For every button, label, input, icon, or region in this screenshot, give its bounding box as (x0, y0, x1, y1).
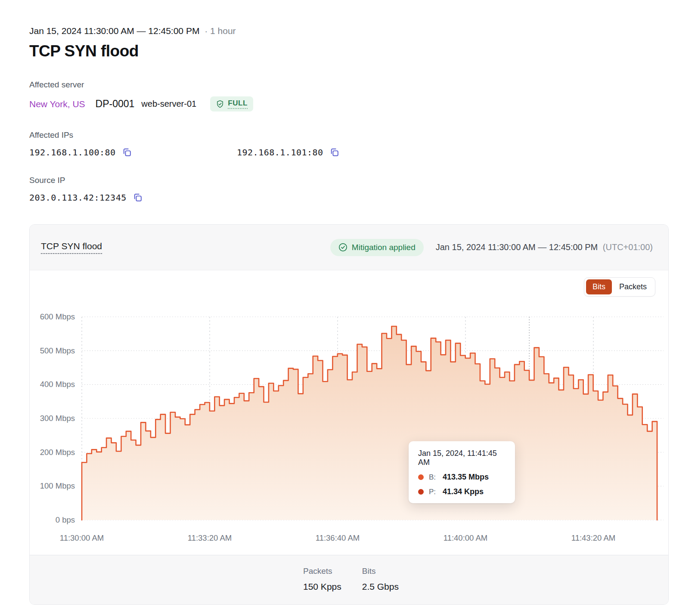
svg-text:400 Mbps: 400 Mbps (40, 380, 75, 389)
attack-dates: Jan 15, 2024 11:30:00 AM — 12:45:00 PM (29, 26, 199, 36)
packets-series-dot (418, 489, 424, 495)
chart-header-right: Mitigation applied Jan 15, 2024 11:30:00… (330, 239, 653, 256)
packets-stat-label: Packets (303, 566, 341, 576)
affected-ip-item: 192.168.1.101:80 (237, 147, 340, 158)
tooltip-bits-row: B: 413.35 Mbps (418, 473, 506, 482)
svg-text:200 Mbps: 200 Mbps (40, 448, 75, 457)
chart-time-range-text: Jan 15, 2024 11:30:00 AM — 12:45:00 PM (436, 242, 598, 252)
bits-stat: Bits 2.5 Gbps (362, 566, 399, 605)
source-ip-value: 203.0.113.42:12345 (29, 192, 127, 203)
bits-stat-value: 2.5 Gbps (362, 582, 399, 592)
unit-toggle: Bits Packets (584, 277, 655, 297)
attack-chart-card: TCP SYN flood Mitigation applied Jan 15,… (29, 224, 669, 605)
svg-text:100 Mbps: 100 Mbps (40, 481, 75, 490)
chart-footer-stats: Packets 150 Kpps Bits 2.5 Gbps (30, 555, 668, 605)
copy-icon (121, 147, 132, 158)
svg-text:11:43:20 AM: 11:43:20 AM (571, 533, 616, 542)
bits-toggle-button[interactable]: Bits (586, 279, 612, 294)
affected-server-row: New York, US DP-0001 web-server-01 FULL (29, 96, 669, 111)
tooltip-packets-label: P: (429, 488, 440, 496)
chart-plot-area: Bits Packets 600 Mbps500 Mbps400 Mbps300… (30, 270, 668, 555)
chart-time-range: Jan 15, 2024 11:30:00 AM — 12:45:00 PM (… (436, 242, 653, 252)
packets-toggle-button[interactable]: Packets (613, 279, 653, 294)
check-circle-icon (338, 243, 347, 252)
tooltip-bits-label: B: (429, 473, 440, 482)
affected-ips-label: Affected IPs (29, 130, 669, 140)
copy-icon (329, 147, 340, 158)
shield-check-icon (216, 100, 224, 108)
mitigation-status-badge: Mitigation applied (330, 239, 424, 256)
packets-stat-value: 150 Kpps (303, 582, 341, 592)
tooltip-bits-value: 413.35 Mbps (443, 473, 489, 482)
bits-stat-label: Bits (362, 566, 399, 576)
chart-card-header: TCP SYN flood Mitigation applied Jan 15,… (30, 225, 668, 270)
affected-ip-value: 192.168.1.101:80 (237, 147, 323, 158)
affected-ip-value: 192.168.1.100:80 (29, 147, 116, 158)
bits-series-dot (418, 474, 424, 480)
server-id: DP-0001 (96, 98, 135, 110)
chart-timezone: (UTC+01:00) (603, 242, 653, 252)
svg-text:300 Mbps: 300 Mbps (40, 414, 75, 423)
svg-text:11:36:40 AM: 11:36:40 AM (316, 533, 360, 542)
chart-tooltip: Jan 15, 2024, 11:41:45 AM B: 413.35 Mbps… (409, 441, 515, 503)
copy-ip-button[interactable] (121, 147, 132, 158)
svg-text:11:40:00 AM: 11:40:00 AM (444, 533, 488, 542)
packets-stat: Packets 150 Kpps (303, 566, 341, 605)
attack-time-range: Jan 15, 2024 11:30:00 AM — 12:45:00 PM ·… (29, 26, 669, 36)
affected-ip-item: 192.168.1.100:80 (29, 147, 237, 158)
area-series (82, 326, 657, 520)
svg-text:11:30:00 AM: 11:30:00 AM (60, 533, 104, 542)
mitigation-status-text: Mitigation applied (352, 243, 416, 252)
affected-ips-row: 192.168.1.100:80 192.168.1.101:80 (29, 147, 669, 158)
chart-title[interactable]: TCP SYN flood (41, 241, 102, 254)
protection-level-text: FULL (228, 99, 248, 109)
server-name: web-server-01 (141, 99, 196, 109)
copy-icon (132, 192, 143, 203)
attack-duration: · 1 hour (205, 26, 236, 36)
tooltip-timestamp: Jan 15, 2024, 11:41:45 AM (418, 449, 506, 467)
tooltip-packets-row: P: 41.34 Kpps (418, 487, 506, 496)
copy-ip-button[interactable] (132, 192, 143, 203)
svg-text:0 bps: 0 bps (56, 515, 75, 524)
tooltip-packets-value: 41.34 Kpps (443, 487, 484, 496)
source-ip-label: Source IP (29, 176, 669, 185)
source-ip-row: 203.0.113.42:12345 (29, 192, 669, 203)
server-location-link[interactable]: New York, US (29, 99, 85, 109)
affected-server-label: Affected server (29, 80, 669, 90)
copy-ip-button[interactable] (329, 147, 340, 158)
svg-text:500 Mbps: 500 Mbps (40, 346, 75, 355)
svg-text:600 Mbps: 600 Mbps (40, 312, 75, 321)
protection-level-badge[interactable]: FULL (210, 96, 253, 111)
traffic-chart[interactable]: 600 Mbps500 Mbps400 Mbps300 Mbps200 Mbps… (30, 270, 669, 555)
page-title: TCP SYN flood (29, 42, 669, 60)
svg-text:11:33:20 AM: 11:33:20 AM (188, 533, 232, 542)
